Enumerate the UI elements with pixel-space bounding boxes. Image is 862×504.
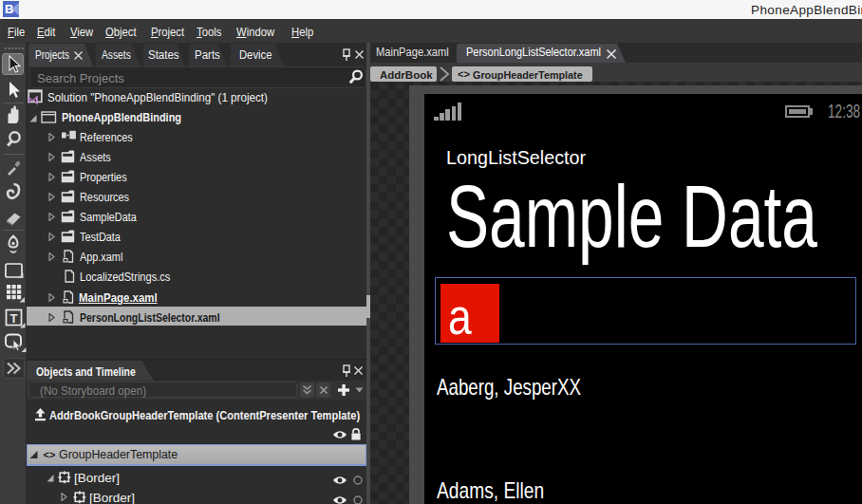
svg-text:T: T (10, 311, 18, 326)
svg-text:B: B (5, 2, 13, 16)
